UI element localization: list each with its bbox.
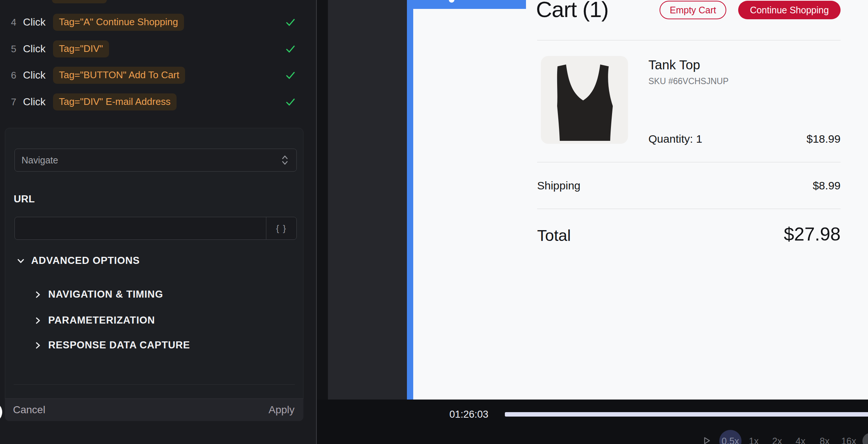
braces-icon: { } xyxy=(276,223,287,233)
step-action-label: Click xyxy=(23,16,46,28)
empty-cart-button[interactable]: Empty Cart xyxy=(660,1,726,19)
webpage-header-partial xyxy=(407,0,526,9)
cart-divider xyxy=(537,209,841,209)
step-success-check-icon xyxy=(285,17,296,28)
step-row-4[interactable]: 4 Click Tag="A" Continue Shopping xyxy=(0,14,304,30)
step-row-6[interactable]: 6 Click Tag="BUTTON" Add To Cart xyxy=(0,67,304,83)
cancel-button[interactable]: Cancel xyxy=(13,404,45,416)
apply-button[interactable]: Apply xyxy=(269,404,295,416)
step-number: 6 xyxy=(0,70,16,81)
step-success-check-icon xyxy=(285,70,296,81)
product-name: Tank Top xyxy=(648,57,700,72)
insert-variable-button[interactable]: { } xyxy=(266,217,296,239)
cart-page-title: Cart (1) xyxy=(536,0,608,22)
gutter-strip xyxy=(317,0,328,444)
speed-label: 0.5x xyxy=(721,436,739,444)
step-target-chip[interactable]: Tag="BUTTON" Add To Cart xyxy=(53,67,185,84)
replay-progress-bar[interactable] xyxy=(505,412,868,417)
chevron-right-icon xyxy=(33,315,43,326)
edge-handle-partial[interactable] xyxy=(0,402,2,423)
select-chevrons-icon xyxy=(280,154,290,166)
product-quantity: Quantity: 1 xyxy=(648,133,702,145)
step-action-label: Click xyxy=(23,43,46,55)
step-success-check-icon xyxy=(285,96,296,107)
step-number: 7 xyxy=(0,96,16,108)
chevron-right-icon xyxy=(33,340,43,351)
continue-shopping-button[interactable]: Continue Shopping xyxy=(738,1,841,19)
product-sku: SKU #66VCHSJNUP xyxy=(648,76,729,86)
step-action-label: Click xyxy=(23,96,46,108)
url-input[interactable] xyxy=(15,217,266,239)
webpage-left-accent xyxy=(407,0,413,400)
step-target-chip[interactable]: Tag="A" Continue Shopping xyxy=(53,14,184,31)
editor-footer: Cancel Apply xyxy=(5,398,303,421)
webpage-body xyxy=(413,0,868,400)
section-label: NAVIGATION & TIMING xyxy=(48,289,163,300)
product-image-tank-top xyxy=(541,56,628,144)
url-field-label: URL xyxy=(14,193,35,205)
total-price: $27.98 xyxy=(748,223,841,245)
action-type-value: Navigate xyxy=(22,155,58,166)
advanced-options-label: ADVANCED OPTIONS xyxy=(31,255,140,266)
action-type-select[interactable]: Navigate xyxy=(14,149,297,172)
tank-top-graphic xyxy=(541,56,628,144)
total-label: Total xyxy=(537,226,571,245)
play-icon[interactable] xyxy=(702,436,711,444)
shipping-label: Shipping xyxy=(537,179,581,192)
speed-button-16x[interactable]: 16x xyxy=(834,436,864,444)
step-number: 4 xyxy=(0,17,16,28)
step-target-chip-partial xyxy=(52,0,107,3)
product-price: $18.99 xyxy=(766,133,841,145)
url-input-group: { } xyxy=(14,217,297,240)
step-row-7[interactable]: 7 Click Tag="DIV" E-mail Address xyxy=(0,94,304,110)
section-label: RESPONSE DATA CAPTURE xyxy=(48,339,190,351)
card-divider xyxy=(14,384,295,385)
cart-divider xyxy=(537,162,841,162)
step-success-check-icon xyxy=(285,43,296,54)
chevron-down-icon xyxy=(16,256,26,266)
section-navigation-timing[interactable]: NAVIGATION & TIMING xyxy=(33,289,163,300)
chevron-right-icon xyxy=(33,289,43,300)
step-row-5[interactable]: 5 Click Tag="DIV" xyxy=(0,41,304,57)
step-action-label: Click xyxy=(23,69,46,81)
replay-timestamp: 01:26:03 xyxy=(445,409,493,420)
app-window: 4 Click Tag="A" Continue Shopping 5 Clic… xyxy=(0,0,868,444)
cart-divider xyxy=(537,40,841,40)
advanced-options-toggle[interactable]: ADVANCED OPTIONS xyxy=(16,255,140,266)
section-label: PARAMETERIZATION xyxy=(48,315,155,326)
step-target-chip[interactable]: Tag="DIV" xyxy=(53,40,109,57)
section-parameterization[interactable]: PARAMETERIZATION xyxy=(33,315,155,326)
step-target-chip[interactable]: Tag="DIV" E-mail Address xyxy=(53,93,177,110)
shipping-price: $8.99 xyxy=(766,179,841,192)
step-editor-card xyxy=(5,128,303,421)
section-response-data-capture[interactable]: RESPONSE DATA CAPTURE xyxy=(33,339,190,351)
step-number: 5 xyxy=(0,43,16,55)
